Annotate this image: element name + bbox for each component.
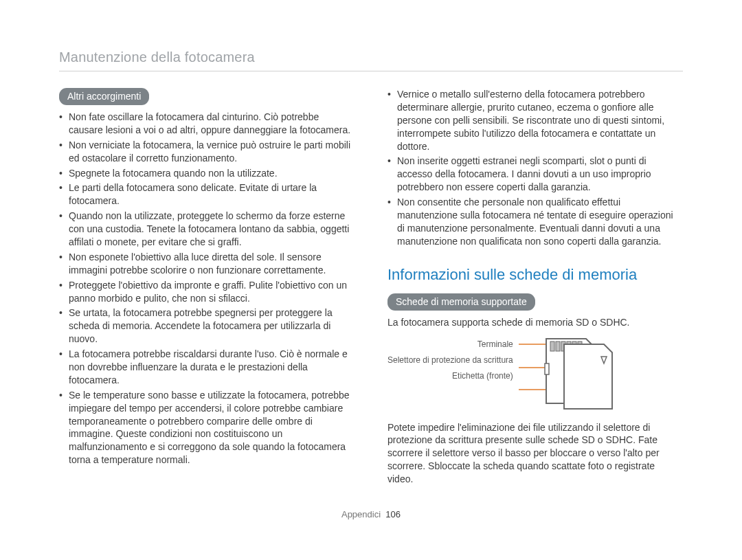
- list-item: Non inserite oggetti estranei negli scom…: [387, 155, 683, 194]
- callout-terminal: Terminale: [477, 340, 513, 349]
- svg-rect-4: [556, 341, 560, 351]
- diagram-callout-labels: Terminale Selettore di protezione da scr…: [387, 336, 513, 381]
- right-top-bullet-list: Vernice o metallo sull'esterno della fot…: [387, 88, 683, 248]
- list-item: Le parti della fotocamera sono delicate.…: [59, 181, 355, 208]
- list-item: Non fate oscillare la fotocamera dal cin…: [59, 111, 355, 137]
- write-protect-text: Potete impedire l'eliminazione dei file …: [387, 421, 683, 486]
- callout-write-protect: Selettore di protezione da scrittura: [387, 356, 513, 365]
- callout-label-front: Etichetta (fronte): [452, 372, 513, 381]
- pill-altri-accorgimenti: Altri accorgimenti: [59, 88, 149, 105]
- list-item: Vernice o metallo sull'esterno della fot…: [387, 88, 683, 153]
- two-column-layout: Altri accorgimenti Non fate oscillare la…: [59, 88, 683, 493]
- sd-card-icon: [519, 336, 622, 412]
- list-item: Non consentite che personale non qualifi…: [387, 196, 683, 248]
- list-item: Non verniciate la fotocamera, la vernice…: [59, 139, 355, 165]
- list-item: Se urtata, la fotocamera potrebbe spegne…: [59, 306, 355, 346]
- list-item: La fotocamera potrebbe riscaldarsi duran…: [59, 348, 355, 387]
- pill-supported-cards: Schede di memoria supportate: [387, 293, 535, 311]
- footer-page-number: 106: [385, 509, 401, 519]
- list-item: Quando non la utilizzate, proteggete lo …: [59, 210, 355, 249]
- list-item: Se le temperature sono basse e utilizzat…: [59, 389, 355, 467]
- supported-cards-text: La fotocamera supporta schede di memoria…: [387, 316, 683, 329]
- list-item: Spegnete la fotocamera quando non la uti…: [59, 167, 355, 180]
- section-title-memory-cards: Informazioni sulle schede di memoria: [387, 266, 683, 284]
- svg-rect-3: [550, 341, 554, 351]
- list-item: Proteggete l'obiettivo da impronte e gra…: [59, 279, 355, 305]
- page-footer: Appendici 106: [59, 509, 683, 519]
- manual-page: Manutenzione della fotocamera Altri acco…: [0, 0, 742, 533]
- left-bullet-list: Non fate oscillare la fotocamera dal cin…: [59, 111, 355, 467]
- footer-section: Appendici: [341, 509, 381, 519]
- sd-card-diagram: Terminale Selettore di protezione da scr…: [387, 336, 683, 412]
- right-column: Vernice o metallo sull'esterno della fot…: [387, 88, 683, 493]
- svg-rect-9: [545, 363, 549, 374]
- list-item: Non esponete l'obiettivo alla luce diret…: [59, 251, 355, 277]
- left-column: Altri accorgimenti Non fate oscillare la…: [59, 88, 355, 493]
- breadcrumb: Manutenzione della fotocamera: [59, 49, 683, 71]
